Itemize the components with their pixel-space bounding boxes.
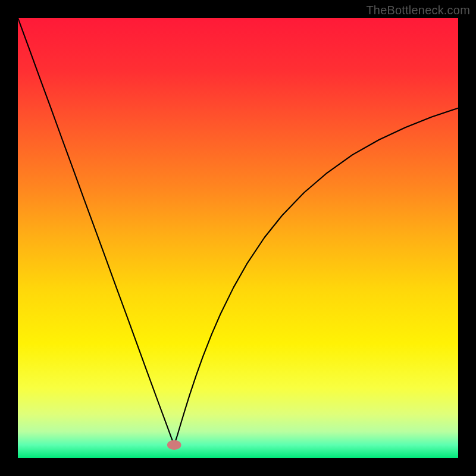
watermark-text: TheBottleneck.com: [366, 4, 470, 17]
gradient-background: [18, 18, 458, 458]
chart-canvas: [18, 18, 458, 458]
plot-area: [18, 18, 458, 458]
chart-frame: TheBottleneck.com: [0, 0, 476, 476]
vertex-marker: [167, 440, 181, 450]
vertex-dot: [167, 440, 181, 450]
